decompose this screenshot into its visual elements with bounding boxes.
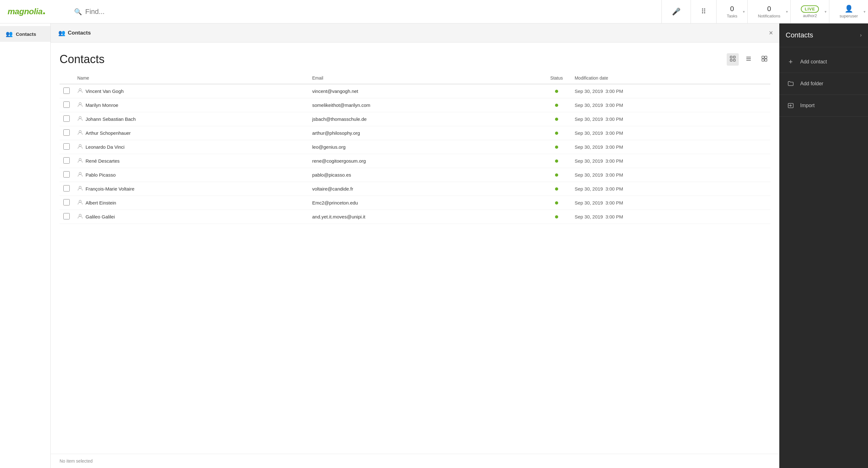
- contact-date: Sep 30, 20193:00 PM: [571, 196, 770, 210]
- right-panel-header: Contacts ›: [779, 24, 868, 47]
- row-checkbox[interactable]: [63, 101, 70, 108]
- mic-button[interactable]: 🎤: [662, 0, 691, 23]
- row-checkbox[interactable]: [63, 171, 70, 178]
- main-header: 👥 Contacts ×: [51, 24, 779, 42]
- view-tree-button[interactable]: [727, 53, 739, 66]
- table-row[interactable]: Vincent Van Gogh vincent@vangogh.net Sep…: [60, 84, 770, 98]
- table-row[interactable]: Marilyn Monroe somelikeithot@marilyn.com…: [60, 98, 770, 112]
- view-grid-button[interactable]: [758, 53, 770, 66]
- contact-date: Sep 30, 20193:00 PM: [571, 182, 770, 196]
- tasks-button[interactable]: 0 Tasks ▾: [717, 0, 748, 23]
- person-icon: [77, 88, 83, 95]
- right-panel-chevron-icon[interactable]: ›: [860, 32, 862, 38]
- th-status: Status: [542, 72, 571, 84]
- table-row[interactable]: Galileo Galilei and.yet.it.moves@unipi.i…: [60, 210, 770, 224]
- right-panel: Contacts › + Add contact Add folder: [779, 24, 868, 468]
- row-checkbox[interactable]: [63, 143, 70, 150]
- logo-area: magnolia: [0, 7, 66, 17]
- contact-date: Sep 30, 20193:00 PM: [571, 98, 770, 112]
- contact-email: and.yet.it.moves@unipi.it: [308, 210, 542, 224]
- table-row[interactable]: François-Marie Voltaire voltaire@candide…: [60, 182, 770, 196]
- contact-name: René Descartes: [86, 158, 120, 164]
- contact-date: Sep 30, 20193:00 PM: [571, 210, 770, 224]
- svg-rect-9: [762, 59, 764, 61]
- contact-status: [542, 126, 571, 140]
- page-title: Contacts: [60, 53, 104, 66]
- row-checkbox[interactable]: [63, 213, 70, 220]
- table-row[interactable]: Arthur Schopenhauer arthur@philosophy.or…: [60, 126, 770, 140]
- view-controls: [727, 53, 770, 66]
- th-email: Email: [308, 72, 542, 84]
- table-row[interactable]: René Descartes rene@cogitoergosum.org Se…: [60, 154, 770, 168]
- contact-email: voltaire@candide.fr: [308, 182, 542, 196]
- notifications-button[interactable]: 0 Notifications ▾: [748, 0, 791, 23]
- contact-status: [542, 112, 571, 126]
- tasks-chevron-icon: ▾: [743, 9, 745, 14]
- live-chevron-icon: ▾: [825, 9, 827, 14]
- th-checkbox: [60, 72, 73, 84]
- contact-name: Vincent Van Gogh: [86, 88, 124, 94]
- contact-name: Leonardo Da Vinci: [86, 144, 124, 150]
- contacts-icon: 👥: [6, 30, 13, 37]
- import-button[interactable]: Import: [779, 95, 868, 117]
- grid-button[interactable]: ⠿: [691, 0, 717, 23]
- table-row[interactable]: Johann Sebastian Bach jsbach@thomasschul…: [60, 112, 770, 126]
- view-list-button[interactable]: [743, 53, 754, 66]
- table-header: Name Email Status Modification date: [60, 72, 770, 84]
- contact-name: Galileo Galilei: [86, 214, 115, 220]
- sidebar-item-contacts[interactable]: 👥 Contacts: [0, 26, 50, 42]
- header-breadcrumb: Contacts: [68, 30, 91, 36]
- contact-email: Emc2@princeton.edu: [308, 196, 542, 210]
- contact-date: Sep 30, 20193:00 PM: [571, 154, 770, 168]
- contact-name: Pablo Picasso: [86, 172, 116, 178]
- table-row[interactable]: Pablo Picasso pablo@picasso.es Sep 30, 2…: [60, 168, 770, 182]
- table-row[interactable]: Albert Einstein Emc2@princeton.edu Sep 3…: [60, 196, 770, 210]
- row-checkbox[interactable]: [63, 185, 70, 192]
- live-badge: LIVE: [801, 5, 819, 13]
- page-title-row: Contacts: [60, 53, 770, 66]
- contact-status: [542, 140, 571, 154]
- svg-rect-0: [730, 56, 732, 58]
- right-panel-title: Contacts: [786, 31, 813, 39]
- add-folder-button[interactable]: Add folder: [779, 73, 868, 95]
- contact-name: François-Marie Voltaire: [86, 186, 134, 192]
- row-checkbox[interactable]: [63, 157, 70, 164]
- contact-name: Johann Sebastian Bach: [86, 116, 135, 122]
- status-text: No item selected: [60, 459, 93, 464]
- contact-name: Albert Einstein: [86, 200, 116, 205]
- contact-email: somelikeithot@marilyn.com: [308, 98, 542, 112]
- contact-date: Sep 30, 20193:00 PM: [571, 84, 770, 98]
- navbar-actions: 🎤 ⠿ 0 Tasks ▾ 0 Notifications ▾ LIVE aut…: [662, 0, 868, 23]
- row-checkbox[interactable]: [63, 115, 70, 122]
- magnolia-logo: magnolia: [8, 7, 45, 17]
- row-checkbox[interactable]: [63, 199, 70, 205]
- person-icon: [77, 199, 83, 206]
- row-checkbox[interactable]: [63, 88, 70, 94]
- person-icon: [77, 102, 83, 109]
- contact-email: pablo@picasso.es: [308, 168, 542, 182]
- contact-status: [542, 196, 571, 210]
- table-row[interactable]: Leonardo Da Vinci leo@genius.org Sep 30,…: [60, 140, 770, 154]
- row-checkbox[interactable]: [63, 129, 70, 136]
- search-bar[interactable]: 🔍: [66, 0, 662, 23]
- add-contact-button[interactable]: + Add contact: [779, 51, 868, 73]
- sidebar-item-label: Contacts: [16, 31, 36, 37]
- user-button[interactable]: 👤 superuser ▾: [829, 0, 868, 23]
- svg-rect-10: [765, 59, 767, 61]
- grid-icon: ⠿: [701, 8, 706, 16]
- mic-icon: 🎤: [672, 8, 680, 16]
- search-input[interactable]: [85, 8, 654, 16]
- live-status-button[interactable]: LIVE author2 ▾: [791, 0, 829, 23]
- contact-name: Arthur Schopenhauer: [86, 130, 131, 136]
- person-icon: [77, 157, 83, 165]
- contact-date: Sep 30, 20193:00 PM: [571, 140, 770, 154]
- header-contacts-icon: 👥: [58, 29, 65, 36]
- close-button[interactable]: ×: [769, 29, 773, 37]
- logo-dot: [43, 12, 45, 14]
- add-contact-icon: +: [786, 57, 796, 67]
- th-name: Name: [73, 72, 308, 84]
- contacts-table: Name Email Status Modification date: [60, 72, 770, 224]
- contact-date: Sep 30, 20193:00 PM: [571, 112, 770, 126]
- navbar: magnolia 🔍 🎤 ⠿ 0 Tasks ▾ 0 Notifications…: [0, 0, 868, 24]
- logo-text: magnolia: [8, 7, 42, 17]
